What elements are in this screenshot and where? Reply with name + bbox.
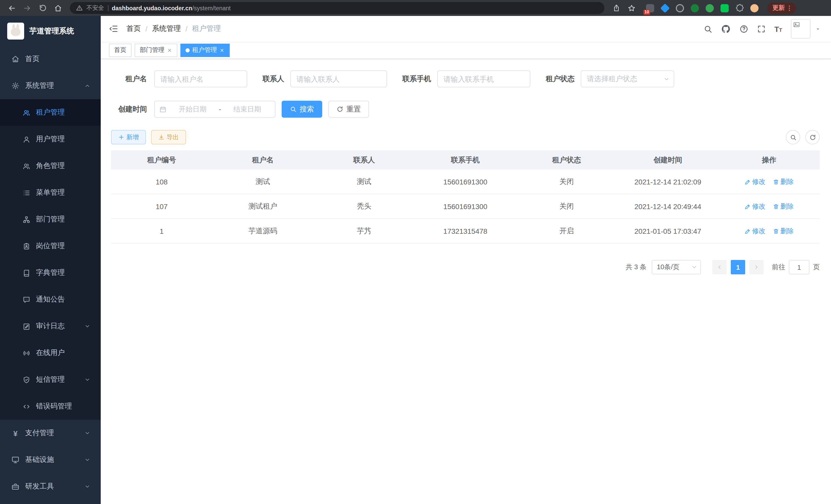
sidebar-item-label: 短信管理 [36, 375, 79, 384]
book-icon [23, 269, 30, 277]
navbar-actions [703, 19, 821, 38]
sidebar-item-audit-log[interactable]: 审计日志 [0, 313, 101, 339]
sidebar-item-dict[interactable]: 字典管理 [0, 260, 101, 286]
edit-link[interactable]: 修改 [744, 202, 766, 211]
phone-label: 联系手机 [402, 74, 431, 84]
sidebar-item-error-code[interactable]: 错误码管理 [0, 393, 101, 420]
cell-tenant-id: 1 [111, 219, 212, 243]
trash-icon [773, 179, 779, 185]
column-header: 联系人 [314, 151, 415, 170]
trash-icon [773, 203, 779, 209]
pen-icon [744, 179, 751, 185]
close-icon[interactable] [167, 48, 172, 53]
sidebar-item-dept[interactable]: 部门管理 [0, 206, 101, 233]
page-size-select[interactable]: 10条/页 [652, 260, 701, 274]
avatar-caret-down-icon[interactable] [815, 26, 821, 32]
delete-link[interactable]: 删除 [773, 226, 794, 236]
cell-tenant-name: 芋道源码 [212, 219, 314, 243]
sidebar-item-infrastructure[interactable]: 基础设施 [0, 446, 101, 473]
tab-dept[interactable]: 部门管理 [135, 43, 177, 57]
url-path: /system/tenant [192, 5, 231, 11]
search-icon[interactable] [703, 24, 712, 33]
sidebar-item-payment[interactable]: 支付管理 [0, 420, 101, 446]
sidebar-item-role[interactable]: 角色管理 [0, 153, 101, 179]
pagination: 共 3 条 10条/页 1 前往 页 [111, 260, 820, 274]
cell-actions: 修改 删除 [718, 170, 820, 194]
sidebar-item-menu[interactable]: 菜单管理 [0, 179, 101, 206]
edit-link[interactable]: 修改 [744, 226, 766, 236]
column-header: 租户名 [212, 151, 314, 170]
sidebar-item-devtools[interactable]: 研发工具 [0, 473, 101, 500]
reset-button[interactable]: 重置 [328, 101, 369, 118]
extension-icon[interactable] [720, 3, 729, 12]
profile-avatar-icon[interactable] [750, 3, 759, 12]
fullscreen-icon[interactable] [757, 24, 766, 33]
sidebar-item-tenant[interactable]: 租户管理 [0, 99, 101, 126]
delete-link[interactable]: 删除 [773, 202, 794, 211]
extension-icon[interactable] [690, 3, 699, 12]
breadcrumb-item[interactable]: 首页 [126, 24, 141, 33]
tab-home[interactable]: 首页 [109, 43, 132, 57]
add-button[interactable]: 新增 [111, 130, 146, 144]
phone-input[interactable] [437, 70, 531, 87]
sidebar-item-user[interactable]: 用户管理 [0, 126, 101, 153]
edit-label: 修改 [752, 177, 766, 186]
address-bar[interactable]: 不安全 dashboard.yudao.iocoder.cn/system/te… [70, 2, 604, 14]
extension-icon[interactable] [705, 3, 714, 12]
extension-icon[interactable] [675, 3, 685, 12]
sidebar-item-label: 角色管理 [36, 161, 90, 171]
date-start-placeholder: 开始日期 [170, 105, 216, 114]
page-unit-label: 页 [813, 263, 820, 272]
next-page-button[interactable] [749, 260, 764, 274]
sidebar-item-label: 部门管理 [36, 215, 90, 224]
goto-page-input[interactable] [789, 260, 809, 274]
sidebar-item-home[interactable]: 首页 [0, 46, 101, 72]
extension-icon[interactable] [660, 3, 670, 12]
role-users-icon [23, 162, 30, 170]
extensions-puzzle-icon[interactable] [735, 3, 744, 12]
menu-fold-icon[interactable] [109, 24, 118, 33]
prev-page-button[interactable] [712, 260, 727, 274]
plus-icon [118, 134, 124, 140]
export-button[interactable]: 导出 [151, 130, 186, 144]
page-number-button[interactable]: 1 [731, 260, 745, 274]
user-avatar[interactable] [791, 19, 810, 38]
edit-link[interactable]: 修改 [744, 177, 766, 186]
sidebar-item-label: 通知公告 [36, 295, 90, 304]
tenant-name-input[interactable] [154, 70, 247, 87]
browser-back-button[interactable] [5, 1, 19, 14]
refresh-table-button[interactable] [805, 130, 820, 144]
active-tab-dot [185, 48, 190, 52]
browser-reload-button[interactable] [36, 1, 49, 14]
date-range-picker[interactable]: 开始日期 - 结束日期 [154, 101, 276, 118]
contact-input[interactable] [290, 70, 387, 87]
tab-tenant[interactable]: 租户管理 [180, 43, 230, 57]
sidebar-item-post[interactable]: 岗位管理 [0, 233, 101, 260]
help-icon[interactable] [739, 24, 748, 33]
status-select[interactable]: 请选择租户状态 [581, 70, 674, 87]
browser-forward-button[interactable] [21, 1, 34, 14]
sidebar-item-notice[interactable]: 通知公告 [0, 286, 101, 313]
sidebar-submenu-system: 租户管理 用户管理 角色管理 菜单管理 部门管理 [0, 99, 101, 420]
sidebar-item-online-user[interactable]: 在线用户 [0, 339, 101, 366]
breadcrumb-separator: / [185, 25, 188, 33]
extension-badge: 10 [643, 9, 650, 14]
breadcrumb-item[interactable]: 系统管理 [152, 24, 181, 33]
tenant-table: 租户编号 租户名 联系人 联系手机 租户状态 创建时间 操作 108 测试 测试… [111, 151, 820, 243]
bookmark-star-icon[interactable] [625, 1, 638, 14]
chrome-update-button[interactable]: 更新 [767, 2, 796, 13]
browser-home-button[interactable] [51, 1, 65, 14]
font-size-icon[interactable] [774, 25, 782, 33]
filter-row-1: 租户名 联系人 联系手机 租户状态 请选择租户状态 [111, 70, 820, 87]
github-icon[interactable] [721, 24, 730, 34]
sidebar-item-sms[interactable]: 短信管理 [0, 366, 101, 393]
cell-contact: 芋艿 [314, 219, 415, 243]
app-logo[interactable]: 芋道管理系统 [0, 16, 101, 46]
share-icon[interactable] [609, 1, 623, 14]
close-icon[interactable] [220, 48, 225, 53]
search-button[interactable]: 搜索 [282, 101, 322, 118]
sidebar-item-system[interactable]: 系统管理 [0, 72, 101, 99]
extension-icon[interactable]: 10 [646, 3, 655, 12]
delete-link[interactable]: 删除 [773, 177, 794, 186]
hide-search-button[interactable] [786, 130, 800, 144]
